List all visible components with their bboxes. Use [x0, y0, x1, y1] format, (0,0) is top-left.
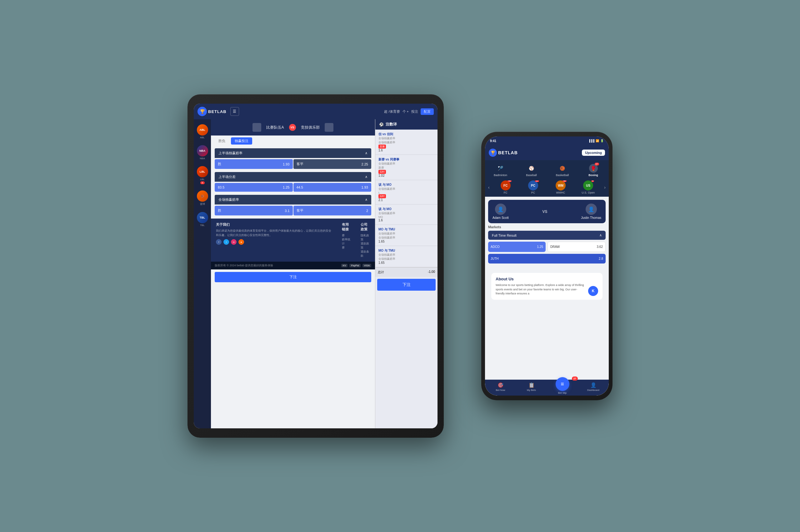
nav-bet-now[interactable]: 🎯 Bet Now — [485, 382, 516, 394]
nav-bet-slip[interactable]: ≡ 27 Bet Slip — [547, 382, 578, 394]
market-collapse-1[interactable]: ∧ — [365, 151, 367, 155]
odds-btn-full-2[interactable]: 客平 2 — [293, 206, 371, 215]
tablet-main-panel: 比赛队伍A VS 竞技俱乐部 胜负 独赢投注 — [211, 119, 437, 428]
footer-policy-title: 公司政策 — [361, 222, 370, 232]
betslip-submit-btn[interactable]: 下注 — [215, 272, 371, 282]
tablet-left-panel: 比赛队伍A VS 竞技俱乐部 胜负 独赢投注 — [211, 119, 375, 428]
sidebar-nba-label: NBA — [200, 157, 205, 160]
league-pc[interactable]: PC 21 PC — [520, 180, 546, 194]
footer-policy-2[interactable]: 退款政策 — [361, 242, 370, 250]
bet-slip-label: Bet Slip — [558, 392, 567, 394]
right-panel-header: ⚽ 注数详 — [375, 119, 437, 130]
baseball-label: Baseball — [526, 174, 537, 177]
market-half-time-spread: 上半场分差 ∧ 83.5 1.25 44.5 — [215, 172, 371, 193]
right-teams-3: 该 与 MO — [378, 183, 434, 187]
odds-spread-label-2: 44.5 — [296, 186, 303, 189]
tab-win-lose[interactable]: 胜负 — [215, 137, 229, 145]
tablet-topbar: 🏆 BETLAB ☰ 超 /体育赛 个 + 投注 配置 — [194, 104, 437, 119]
sport-tab-boxing[interactable]: 🥊 27 Boxing — [578, 163, 609, 178]
bet-slip-count: 27 — [572, 377, 578, 381]
right-score-6: 1.65 — [378, 261, 434, 264]
tablet-sidebar: ABL ABL NBA NBA LBL — [194, 119, 211, 428]
sidebar-item-lbl[interactable]: LBL LBL 5 — [195, 164, 210, 186]
odds-btn-spread-2[interactable]: 44.5 1.93 — [293, 183, 371, 192]
upcoming-badge[interactable]: Upcoming — [582, 150, 605, 156]
footer-policy-1[interactable]: 隐私政策 — [361, 233, 370, 242]
sidebar-item-basketball[interactable]: 🏀 篮球 — [195, 189, 210, 208]
betlab-logo-icon: 🏆 — [198, 107, 207, 116]
sport-tab-basketball[interactable]: 🏀 Basketball — [547, 163, 578, 178]
right-score-4: 1.6 — [378, 218, 434, 222]
copyright-text: 版权所有 © 2024 betlab 提供您最好的服务体验 — [215, 264, 273, 268]
bet-now-label: Bet Now — [496, 389, 505, 392]
right-badge-3: 实时 — [378, 194, 386, 198]
market-full-time: 全场独赢赔率 ∧ 胜 3.1 客平 — [215, 195, 371, 217]
usopen-flag: US 8 — [583, 180, 593, 190]
sport-tab-baseball[interactable]: ⚾ Baseball — [516, 163, 547, 178]
market-collapse-3[interactable]: ∧ — [365, 197, 367, 202]
badminton-label: Badminton — [494, 174, 507, 177]
footer-policy-3[interactable]: 退款条款 — [361, 250, 370, 258]
market-header-3: 全场独赢赔率 ∧ — [215, 195, 371, 205]
tablet-device: 🏆 BETLAB ☰ 超 /体育赛 个 + 投注 配置 — [187, 94, 444, 438]
league-usopen[interactable]: US 8 U.S. Open — [575, 180, 601, 194]
odds-btn-spread-1[interactable]: 83.5 1.25 — [215, 183, 293, 192]
odds-spread-value-1: 1.25 — [283, 186, 289, 189]
place-bet-btn[interactable]: 下注 — [377, 279, 436, 291]
phone-frame: 9:41 ▐▐▐ 📶 🔋 🏆 BETLAB Upcoming — [481, 132, 613, 400]
tablet-bottom-bar: 版权所有 © 2024 betlab 提供您最好的服务体验 KV PayPal … — [211, 262, 375, 269]
league-next-btn[interactable]: › — [603, 184, 607, 191]
menu-icon[interactable]: ☰ — [230, 107, 239, 116]
nav-plus[interactable]: 个 + — [402, 109, 409, 114]
footer-social-links: f t in ● — [216, 239, 332, 245]
odds-full-label-1: 胜 — [218, 208, 221, 213]
footer-link-2[interactable]: 赔率统计 — [342, 238, 351, 246]
sidebar-item-tbl[interactable]: TBL TBL — [195, 210, 210, 229]
right-item-3: 该 与 MO 全场独赢赔率L 实时 2.1 — [375, 180, 437, 205]
draw-label: DRAW — [550, 245, 560, 248]
instagram-icon[interactable]: in — [231, 239, 237, 245]
adco-label: ADCO — [491, 245, 500, 248]
about-title: About Us — [496, 277, 598, 281]
odds-juth[interactable]: JUTH 2.8 — [488, 254, 606, 264]
right-teams-6: MO 与 TMU — [378, 248, 434, 253]
full-time-result-header[interactable]: Full Time Result ∧ — [488, 231, 606, 240]
odds-btn-home-1[interactable]: 胜 1.93 — [215, 159, 293, 169]
league-prev-btn[interactable]: ‹ — [487, 184, 491, 191]
sidebar-item-abl[interactable]: ABL ABL — [195, 122, 210, 141]
market-header-2: 上半场分差 ∧ — [215, 172, 371, 182]
pc-count: 21 — [535, 180, 539, 182]
odds-draw[interactable]: DRAW 3.62 — [547, 242, 606, 252]
bet-slip-bubble[interactable]: ≡ 27 — [556, 377, 569, 391]
league-fc[interactable]: FC 48 FC — [493, 180, 519, 194]
match-header: 比赛队伍A VS 竞技俱乐部 — [211, 119, 375, 135]
sidebar-item-nba[interactable]: NBA NBA — [195, 143, 210, 162]
betslip-total: 总计 -1.00 — [375, 267, 437, 277]
rss-icon[interactable]: ● — [238, 239, 244, 245]
nav-dashboard[interactable]: 👤 Dashboard — [578, 382, 609, 394]
twitter-icon[interactable]: t — [223, 239, 229, 245]
market-odds-1: 胜 1.93 客平 2.25 — [215, 158, 371, 170]
footer-link-3[interactable]: 赛 — [342, 246, 351, 250]
market-collapse-2[interactable]: ∧ — [365, 175, 367, 179]
odds-btn-full-1[interactable]: 胜 3.1 — [215, 206, 293, 215]
tab-solo-bet[interactable]: 独赢投注 — [231, 137, 252, 145]
odds-value-home-1: 1.93 — [283, 162, 289, 166]
footer-link-1[interactable]: 赛 — [342, 233, 351, 238]
player2-section: 👤 Justin Thomas — [581, 204, 601, 220]
config-btn[interactable]: 配置 — [421, 108, 434, 115]
odds-btn-away-1[interactable]: 客平 2.25 — [293, 159, 371, 169]
facebook-icon[interactable]: f — [216, 239, 222, 245]
nav-sports[interactable]: 超 /体育赛 — [384, 109, 400, 114]
total-value: -1.00 — [428, 270, 435, 274]
nav-bet[interactable]: 投注 — [411, 109, 418, 114]
bet-now-icon: 🎯 — [497, 382, 504, 388]
odds-adco[interactable]: ADCO 1.25 — [488, 242, 546, 252]
vs-badge: VS — [289, 124, 296, 131]
dashboard-icon: 👤 — [590, 382, 597, 388]
nav-my-bets[interactable]: 📋 My Bets — [516, 382, 547, 394]
tablet-footer: 关于我们 我们承诺为您提供最优质的体育竞猜平台，保持用户体验最大化的核心，让我们… — [211, 218, 375, 262]
league-wmhc[interactable]: WM 68 WMHC — [548, 180, 574, 194]
wmhc-count: 68 — [563, 180, 567, 182]
sport-tab-badminton[interactable]: 🏸 Badminton — [485, 163, 516, 178]
